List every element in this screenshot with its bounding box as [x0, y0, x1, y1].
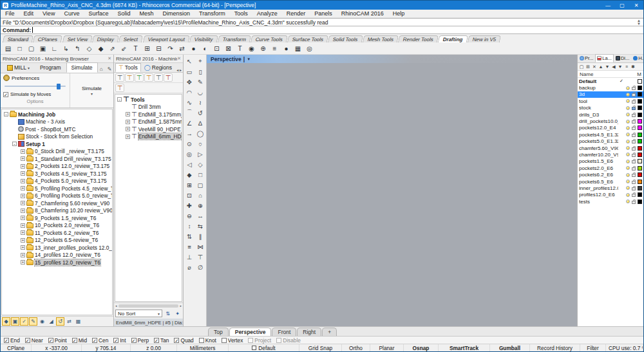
sidebar-tool-icon[interactable]: ∿ — [184, 97, 195, 107]
tree-expander[interactable]: - — [4, 112, 8, 116]
tool-action-icon[interactable]: ⊤ — [115, 84, 124, 92]
footer-toggle-icon[interactable]: ▣ — [11, 317, 19, 326]
sidebar-tool-icon[interactable]: ⊥ — [184, 252, 195, 262]
machining-job-item[interactable]: + 6_Profiling Pockets 5.0_review_T1.5875 — [2, 192, 112, 200]
toolbar-tab[interactable]: New in V5 — [468, 35, 502, 42]
tree-expander[interactable]: + — [21, 156, 25, 161]
status-cell[interactable]: z 0.00 — [131, 344, 177, 351]
status-cell[interactable]: Osnap — [404, 344, 439, 351]
simulate-button[interactable]: Simulate ▾ — [77, 83, 106, 98]
toolbar-icon[interactable]: T — [130, 43, 141, 53]
simulate-by-moves-checkbox[interactable]: ✓ Simulate by Moves — [3, 91, 67, 97]
viewport-tab[interactable]: + — [322, 328, 337, 336]
layer-toolbar-icon[interactable]: ▲ — [598, 64, 604, 70]
sidebar-tool-icon[interactable]: ⇅ — [184, 231, 195, 241]
toolbar-icon[interactable]: ▦ — [292, 43, 303, 53]
layer-lock-icon[interactable] — [632, 147, 636, 151]
menu-item[interactable]: Render — [282, 10, 310, 17]
status-cell[interactable]: Millimeters — [177, 344, 229, 351]
menu-item[interactable]: Transform — [194, 10, 230, 17]
machining-job-item[interactable]: + 11_Pockets 6.2_review_T6 — [2, 229, 112, 237]
sidebar-tool-icon[interactable]: ⌖ — [195, 56, 206, 66]
toolbar-icon[interactable]: ↳ — [61, 43, 71, 53]
toolbar-icon[interactable]: ▤ — [3, 43, 14, 53]
tree-expander[interactable]: + — [21, 238, 25, 243]
sidebar-tool-icon[interactable]: ∥ — [195, 231, 206, 241]
sidebar-tool-icon[interactable]: ⌒ — [184, 107, 195, 118]
osnap-toggle[interactable]: Near — [25, 337, 43, 344]
layer-toolbar-icon[interactable]: ◀ — [611, 64, 617, 70]
toolbar-tab[interactable]: CPlanes — [33, 35, 63, 42]
layer-visibility-bulb[interactable] — [626, 86, 630, 90]
layer-color-swatch[interactable] — [638, 172, 642, 177]
tree-expander[interactable]: + — [21, 149, 25, 154]
layer-lock-icon[interactable] — [632, 114, 636, 117]
sidebar-tool-icon[interactable]: ▭ — [184, 66, 195, 77]
toolbar-tab[interactable]: Solid Tools — [328, 35, 363, 42]
menu-item[interactable]: File — [1, 10, 19, 17]
toolbar-icon[interactable]: ⇄ — [176, 43, 187, 53]
layer-toolbar-icon[interactable]: ✕ — [591, 64, 598, 70]
toolbar-icon[interactable]: ↷ — [165, 43, 176, 53]
footer-toggle-icon[interactable]: ✎ — [29, 317, 37, 326]
layer-lock-icon[interactable] — [632, 167, 636, 171]
layer-row[interactable]: pockets5.0_E1.32 — [578, 138, 643, 145]
layer-row[interactable]: inner_profiles12.0_E6 — [578, 185, 643, 191]
sort-az-icon[interactable]: ⇅ — [164, 310, 172, 317]
osnap-toggle[interactable]: Mid — [72, 337, 87, 344]
tree-expander[interactable]: + — [21, 245, 25, 250]
machining-job-item[interactable]: + 7_Chamfering 5.60 review_V90 — [2, 199, 112, 207]
layer-row[interactable]: drills_D3 — [578, 111, 643, 118]
toolbar-icon[interactable]: ◉ — [246, 43, 257, 53]
preferences-button[interactable]: Preferences — [3, 75, 67, 81]
tool-action-icon[interactable]: ⊤ — [164, 73, 173, 82]
layer-color-swatch[interactable] — [638, 125, 642, 130]
viewport-title-bar[interactable]: Perspective | ▼ — [207, 55, 577, 63]
sidebar-tool-icon[interactable]: ⌀ — [184, 262, 195, 272]
tree-expander[interactable]: + — [21, 171, 25, 176]
scroll-left-icon[interactable]: ◂ — [115, 304, 117, 308]
machining-job-item[interactable]: + 12_Pockets 6.5-review_T6 — [2, 237, 112, 245]
tree-expander[interactable]: + — [21, 208, 25, 213]
tree-expander[interactable]: + — [21, 260, 25, 264]
machining-job-item[interactable]: Machine - 3 Axis — [2, 118, 112, 126]
sidebar-tool-icon[interactable]: ⊤ — [195, 252, 206, 262]
layer-row[interactable]: tool — [578, 98, 643, 104]
toolbar-icon[interactable]: ◇ — [84, 43, 95, 53]
status-cell[interactable]: SmartTrack — [439, 344, 490, 351]
tree-expander[interactable]: + — [21, 253, 25, 257]
machining-job-item[interactable]: + 13_inner_profiles_pockets 12.0_review_… — [2, 244, 112, 252]
viewport-tab[interactable]: Perspective — [229, 328, 272, 336]
sidebar-tool-icon[interactable]: ✚ — [184, 200, 195, 210]
sidebar-tool-icon[interactable]: ⊙ — [184, 138, 195, 149]
sidebar-tool-icon[interactable]: ↺ — [195, 107, 206, 118]
sidebar-tool-icon[interactable]: ↕ — [184, 221, 195, 231]
maximize-button[interactable]: ▢ — [615, 3, 629, 8]
status-cell[interactable]: Filter — [580, 344, 606, 351]
layer-color-swatch[interactable] — [638, 199, 642, 204]
layer-row[interactable]: 3d — [578, 91, 643, 98]
layer-color-swatch[interactable] — [638, 192, 642, 197]
layer-color-swatch[interactable] — [638, 133, 642, 137]
sidebar-tool-icon[interactable]: ∆ — [195, 118, 206, 128]
layer-lock-icon[interactable] — [632, 134, 636, 137]
layer-color-swatch[interactable] — [638, 79, 642, 84]
layer-row[interactable]: pockets12.0_E4 — [578, 125, 643, 131]
tool-action-icon[interactable]: ⊤ — [144, 73, 153, 82]
sidebar-tool-icon[interactable]: ◆ — [184, 169, 195, 180]
status-cell[interactable]: CPlane — [1, 344, 32, 351]
toolbar-icon[interactable]: ◆ — [95, 43, 106, 53]
toolbar-icon[interactable]: ≡ — [269, 43, 280, 53]
osnap-toggle[interactable]: End — [4, 337, 20, 344]
layer-color-swatch[interactable] — [638, 146, 642, 151]
close-icon[interactable]: ✕ — [177, 56, 181, 61]
sidebar-tool-icon[interactable]: ◡ — [195, 87, 206, 97]
sidebar-tool-icon[interactable]: ↔ — [195, 210, 206, 221]
layer-color-swatch[interactable] — [638, 153, 642, 157]
layer-visibility-bulb[interactable] — [626, 160, 630, 163]
toolbar-tab[interactable]: Set View — [62, 35, 93, 42]
layer-lock-icon[interactable] — [632, 187, 636, 190]
layer-lock-icon[interactable] — [632, 100, 636, 104]
osnap-toggle[interactable]: Cen — [92, 337, 108, 344]
layer-visibility-bulb[interactable] — [626, 113, 630, 116]
